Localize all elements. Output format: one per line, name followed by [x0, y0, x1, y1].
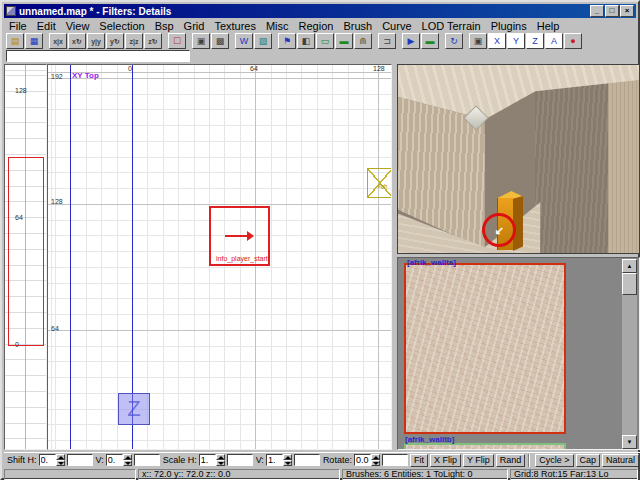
menu-textures[interactable]: Textures: [209, 20, 261, 32]
flip-x-icon: x|x: [53, 37, 63, 46]
entity-view-button[interactable]: ▬: [335, 33, 353, 49]
scale-h-label: Scale H:: [163, 455, 197, 465]
textured-view-icon: ▨: [259, 37, 268, 46]
light-icon: ●: [570, 37, 575, 46]
clipper-icon: ◧: [302, 37, 311, 46]
window-title: unnamed.map * - Filters: Details: [19, 6, 171, 17]
menu-brush[interactable]: Brush: [338, 20, 377, 32]
rotate-x-button[interactable]: x↻: [68, 33, 86, 49]
x-flip-button[interactable]: X Flip: [430, 454, 461, 467]
close-button[interactable]: ×: [620, 5, 634, 17]
refresh-models-button[interactable]: ↻: [445, 33, 463, 49]
make-hollow-button[interactable]: ▩: [211, 33, 229, 49]
popup-menu-button[interactable]: ▣: [469, 33, 487, 49]
filter-z-button[interactable]: Z: [526, 33, 544, 49]
clipper-button[interactable]: ◧: [297, 33, 315, 49]
texture-lock-button[interactable]: ⋒: [354, 33, 372, 49]
spin-down-icon[interactable]: [56, 460, 65, 466]
shift-v-field[interactable]: [134, 454, 160, 466]
xy-top-view[interactable]: XY Top 192 128 64 0 64 128 info_player_s…: [47, 64, 392, 450]
texture-name-input[interactable]: [6, 50, 190, 62]
select-touching-button[interactable]: ☐: [168, 33, 186, 49]
shift-h-input[interactable]: [39, 454, 56, 466]
menu-bsp[interactable]: Bsp: [150, 20, 179, 32]
menu-plugins[interactable]: Plugins: [486, 20, 532, 32]
rotate-z-button[interactable]: z↻: [144, 33, 162, 49]
grid-label: 128: [51, 198, 63, 205]
natural-button[interactable]: Natural: [602, 454, 639, 467]
filter-y-button[interactable]: Y: [507, 33, 525, 49]
wireframe-view-button[interactable]: W: [235, 33, 253, 49]
camera-view-button[interactable]: ▭: [316, 33, 334, 49]
camera-3d-view[interactable]: ↙: [397, 64, 640, 254]
back-wall-right: [535, 65, 607, 253]
save-file-button[interactable]: ▦: [25, 33, 43, 49]
spin-down-icon[interactable]: [371, 460, 380, 466]
scale-v-input[interactable]: [266, 454, 283, 466]
texture-swatch-selected[interactable]: [404, 263, 566, 434]
spin-down-icon[interactable]: [216, 460, 225, 466]
scroll-down-icon[interactable]: ▼: [622, 435, 637, 449]
y-flip-button[interactable]: Y Flip: [463, 454, 494, 467]
rotate-input[interactable]: [354, 454, 371, 466]
z-axis-view[interactable]: 128 64 0: [4, 64, 47, 450]
menu-curve[interactable]: Curve: [377, 20, 416, 32]
filter-a-icon: A: [551, 37, 557, 46]
menu-selection[interactable]: Selection: [94, 20, 149, 32]
shift-h-field[interactable]: [67, 454, 93, 466]
rand-button[interactable]: Rand: [496, 454, 526, 467]
scale-v-field[interactable]: [294, 454, 320, 466]
model-view-button[interactable]: ⊐: [378, 33, 396, 49]
menu-misc[interactable]: Misc: [261, 20, 294, 32]
rotate-y-button[interactable]: y↻: [106, 33, 124, 49]
menu-view[interactable]: View: [61, 20, 95, 32]
view-title: XY Top: [72, 71, 99, 80]
light-filter-button[interactable]: ●: [564, 33, 582, 49]
menu-edit[interactable]: Edit: [32, 20, 61, 32]
flip-z-button[interactable]: z|z: [125, 33, 143, 49]
open-file-icon: ▤: [11, 37, 20, 46]
scale-h-field[interactable]: [227, 454, 253, 466]
menu-region[interactable]: Region: [294, 20, 339, 32]
scrollbar-thumb[interactable]: [622, 273, 637, 295]
menu-help[interactable]: Help: [532, 20, 565, 32]
z-checker-marker[interactable]: Z: [118, 393, 150, 425]
cubic-clip-button[interactable]: ⚑: [278, 33, 296, 49]
open-file-button[interactable]: ▤: [6, 33, 24, 49]
menu-file[interactable]: File: [4, 20, 32, 32]
status-grid-info: Grid:8 Rot:15 Far:13 Lo: [510, 469, 638, 480]
surface-inspector-bar: Shift H: V: Scale H: V: Rotate: Fit: [4, 452, 640, 467]
cycle-button[interactable]: Cycle >: [535, 454, 573, 467]
spin-down-icon[interactable]: [123, 460, 132, 466]
fit-button[interactable]: Fit: [410, 454, 428, 467]
menu-bar: File Edit View Selection Bsp Grid Textur…: [4, 19, 636, 32]
texture-swatch[interactable]: [404, 443, 566, 450]
maximize-button[interactable]: □: [605, 5, 619, 17]
free-rotation-button[interactable]: ▶: [402, 33, 420, 49]
model-view-icon: ⊐: [383, 37, 391, 46]
spin-down-icon[interactable]: [283, 460, 292, 466]
csg-subtract-button[interactable]: ▣: [192, 33, 210, 49]
shift-v-input[interactable]: [106, 454, 123, 466]
free-scale-button[interactable]: ▬: [421, 33, 439, 49]
cap-button[interactable]: Cap: [576, 454, 601, 467]
filter-x-button[interactable]: X: [488, 33, 506, 49]
textured-view-button[interactable]: ▨: [254, 33, 272, 49]
selected-brush-z-extent[interactable]: [8, 157, 44, 346]
grid-axis-line: [70, 65, 71, 449]
menu-lod-terrain[interactable]: LOD Terrain: [417, 20, 486, 32]
menu-grid[interactable]: Grid: [179, 20, 210, 32]
camera-view-icon: ▭: [321, 37, 330, 46]
rotate-z-icon: z↻: [148, 37, 157, 46]
z-marker-glyph: Z: [127, 398, 140, 420]
rotate-y-icon: y↻: [110, 37, 120, 46]
scale-h-input[interactable]: [199, 454, 216, 466]
filter-a-button[interactable]: A: [545, 33, 563, 49]
rotate-field[interactable]: [382, 454, 408, 466]
texture-browser[interactable]: [afrik_wallta] [afrik_walltb] ▲ ▼: [397, 257, 640, 450]
texture-scrollbar[interactable]: ▲ ▼: [622, 259, 637, 449]
flip-x-button[interactable]: x|x: [49, 33, 67, 49]
scroll-up-icon[interactable]: ▲: [622, 259, 637, 273]
minimize-button[interactable]: _: [590, 5, 604, 17]
flip-y-button[interactable]: y|y: [87, 33, 105, 49]
